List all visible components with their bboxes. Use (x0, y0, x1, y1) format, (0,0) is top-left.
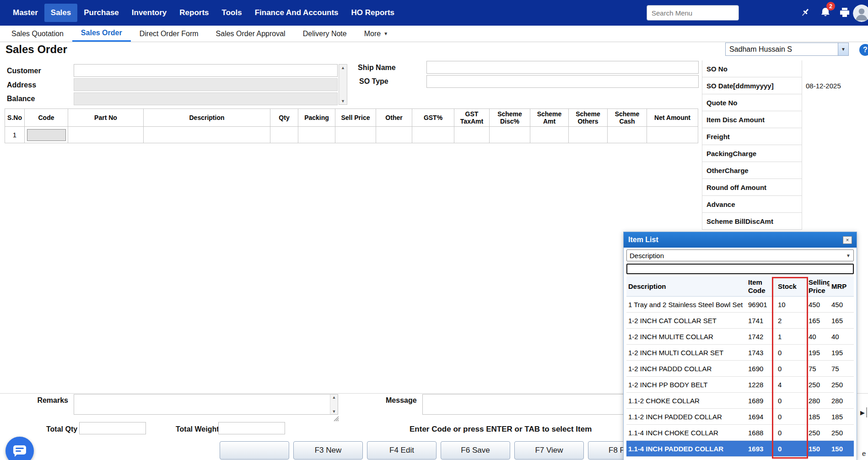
item-code-input[interactable] (27, 129, 66, 141)
scroll-up-icon[interactable]: ▲ (330, 395, 338, 400)
scroll-up-icon[interactable]: ▲ (339, 65, 347, 70)
partial-text-fragment: e (862, 449, 866, 457)
f7-view-button[interactable]: F7 View (514, 441, 584, 460)
summary-label: Item Disc Amount (702, 111, 802, 128)
item-list-row[interactable]: 1.1-2 CHOKE COLLAR 1689 0 280 280 (626, 393, 854, 409)
item-stock-cell: 4 (771, 377, 807, 392)
menu-item-ho-reports[interactable]: HO Reports (345, 4, 401, 22)
balance-label: Balance (7, 95, 35, 103)
blank-button[interactable] (220, 441, 289, 460)
item-list-popup-header[interactable]: Item List × (624, 232, 857, 248)
menu-item-tools[interactable]: Tools (216, 4, 248, 22)
so-type-input[interactable] (426, 75, 699, 88)
item-list-row[interactable]: 1.1-4 INCH CHOKE COLLAR 1688 0 250 250 (626, 425, 854, 441)
tab-sales-order[interactable]: Sales Order (72, 26, 131, 42)
total-weight-input[interactable] (218, 422, 285, 434)
remarks-scrollbar[interactable]: ▲ ▼ (330, 395, 338, 414)
item-list-header-cell: Selling Price (807, 276, 830, 296)
summary-label: PackingCharge (702, 145, 802, 162)
tab-more[interactable]: More ▼ (356, 26, 397, 42)
ship-name-input[interactable] (426, 61, 699, 74)
user-select-dropdown[interactable]: Sadham Hussain S ▼ (725, 43, 849, 56)
summary-row-so-no: SO No (702, 60, 847, 77)
item-filter-select[interactable]: Description ▼ (626, 249, 854, 261)
grid-header-cell: Code (25, 108, 68, 127)
f3-new-button[interactable]: F3 New (293, 441, 363, 460)
menu-item-finance-and-accounts[interactable]: Finance And Accounts (248, 4, 345, 22)
customer-input[interactable] (74, 64, 338, 77)
tab-sales-order-approval[interactable]: Sales Order Approval (207, 26, 294, 42)
grid-header-cell: Description (144, 108, 270, 127)
grid-header-cell: Scheme Others (569, 108, 608, 127)
summary-value (802, 162, 847, 179)
printer-icon[interactable] (839, 7, 850, 18)
dropdown-arrow-icon[interactable]: ▼ (838, 43, 848, 55)
item-description-cell: 1-2 INCH CAT COLLAR SET (626, 313, 746, 328)
item-mrp-cell: 150 (830, 441, 854, 456)
item-price-cell: 185 (807, 409, 830, 424)
item-list-header-cell: Item Code (746, 276, 771, 296)
remarks-textarea[interactable] (74, 395, 330, 414)
item-list-popup: Item List × Description ▼ Description It… (623, 232, 857, 460)
menu-item-purchase[interactable]: Purchase (77, 4, 125, 22)
tab-direct-order-form[interactable]: Direct Order Form (131, 26, 207, 42)
balance-input (74, 92, 338, 105)
grid-cell (68, 127, 144, 143)
menu-item-inventory[interactable]: Inventory (125, 4, 173, 22)
f6-save-button[interactable]: F6 Save (441, 441, 510, 460)
grid-row-1: 1 (5, 127, 698, 143)
item-mrp-cell: 250 (830, 425, 854, 440)
summary-label: Advance (702, 196, 802, 213)
grid-cell (376, 127, 412, 143)
grid-cell (647, 127, 698, 143)
item-list-row[interactable]: 1-2 INCH MULTI COLLAR SET 1743 0 195 195 (626, 345, 854, 361)
grid-header-cell: Sell Price (335, 108, 376, 127)
item-mrp-cell: 450 (830, 297, 854, 312)
item-mrp-cell: 280 (830, 393, 854, 408)
item-list-row[interactable]: 1-2 INCH MULITE COLLAR 1742 1 40 40 (626, 329, 854, 345)
tab-delivery-note[interactable]: Delivery Note (294, 26, 356, 42)
pushpin-icon[interactable] (800, 7, 811, 18)
item-list-row[interactable]: 1-2 INCH PP BODY BELT 1228 4 250 250 (626, 377, 854, 393)
item-filter-value: Description (630, 252, 846, 260)
f4-edit-button[interactable]: F4 Edit (367, 441, 437, 460)
chevron-down-icon: ▼ (846, 253, 851, 258)
menu-item-reports[interactable]: Reports (173, 4, 215, 22)
total-qty-input[interactable] (79, 422, 146, 434)
menu-item-master[interactable]: Master (6, 4, 44, 22)
item-mrp-cell: 195 (830, 345, 854, 360)
scroll-down-icon[interactable]: ▼ (339, 99, 347, 103)
menu-item-sales[interactable]: Sales (44, 4, 77, 22)
resize-grip-icon[interactable] (334, 415, 339, 421)
item-list-header-row: Description Item Code Stock Selling Pric… (626, 276, 854, 297)
item-stock-cell: 10 (771, 297, 807, 312)
item-search-input[interactable] (626, 264, 854, 274)
close-icon[interactable]: × (843, 236, 852, 244)
item-list-row[interactable]: 1.1-2 INCH PADDED COLLAR 1694 0 185 185 (626, 409, 854, 425)
user-avatar[interactable] (853, 5, 868, 22)
item-code-cell: 1693 (746, 441, 771, 456)
chat-widget-button[interactable] (5, 437, 34, 460)
ship-name-label: Ship Name (358, 64, 396, 72)
summary-row-freight: Freight (702, 128, 847, 145)
summary-row-scheme-billdiscamt: Scheme BillDiscAmt (702, 213, 847, 230)
scroll-right-icon[interactable]: ▶ (860, 409, 865, 416)
grid-header-cell: Other (376, 108, 412, 127)
item-list-row[interactable]: 1-2 INCH PADDD COLLAR 1690 0 75 75 (626, 361, 854, 377)
item-description-cell: 1.1-4 INCH PADDED COLLAR (626, 441, 746, 456)
tab-sales-quotation[interactable]: Sales Quotation (3, 26, 72, 42)
total-qty-label: Total Qty (46, 425, 77, 433)
item-list-row-selected[interactable]: 1.1-4 INCH PADDED COLLAR 1693 0 150 150 (626, 441, 854, 457)
item-code-cell: 1742 (746, 329, 771, 344)
item-list-row[interactable]: 1-2 INCH CAT COLLAR SET 1741 2 165 165 (626, 313, 854, 329)
item-code-cell: 1694 (746, 409, 771, 424)
scroll-down-icon[interactable]: ▼ (330, 409, 338, 414)
grid-sno-cell: 1 (5, 127, 25, 143)
item-stock-cell: 0 (771, 345, 807, 360)
item-list-row[interactable]: 1 Tray and 2 Stainless Steel Bowl Set 96… (626, 297, 854, 313)
search-menu-input[interactable] (647, 5, 739, 21)
help-icon[interactable]: ? (859, 44, 868, 56)
item-list-popup-title: Item List (628, 236, 843, 244)
customer-section-scrollbar[interactable]: ▲ ▼ (339, 64, 347, 105)
summary-value (802, 145, 847, 162)
